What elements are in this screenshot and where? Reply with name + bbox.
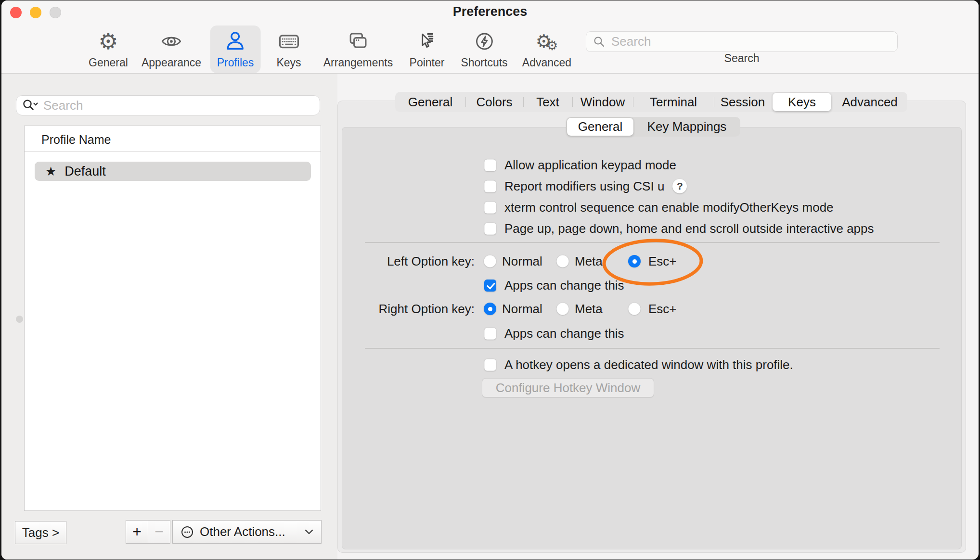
right-apps-change-checkbox[interactable] <box>484 328 496 340</box>
tags-button[interactable]: Tags > <box>15 521 66 544</box>
toolbar-search-input[interactable] <box>610 34 890 50</box>
checkbox-row: Page up, page down, home and end scroll … <box>484 220 874 237</box>
checkbox-row: Report modifiers using CSI u ? <box>484 178 687 194</box>
chevron-down-icon <box>305 529 313 535</box>
tab-keys[interactable]: Keys <box>773 93 831 111</box>
list-header-divider <box>25 151 321 152</box>
lightning-icon <box>474 27 495 55</box>
left-option-esc-radio[interactable] <box>628 255 641 267</box>
left-apps-change-row: Apps can change this <box>484 277 624 293</box>
tab-advanced[interactable]: Advanced <box>832 92 907 112</box>
checkbox-row: Allow application keypad mode <box>484 157 676 173</box>
hotkey-window-checkbox[interactable] <box>484 359 496 371</box>
right-option-normal-radio[interactable] <box>484 303 496 315</box>
page-scroll-checkbox[interactable] <box>484 223 496 235</box>
tab-terminal[interactable]: Terminal <box>633 92 714 112</box>
windows-icon <box>347 27 369 55</box>
star-icon: ★ <box>45 165 56 178</box>
keyboard-icon <box>278 27 300 55</box>
section-divider <box>365 348 940 349</box>
titlebar: Preferences ⚙ General Appearance <box>1 0 979 74</box>
toolbar-search-field[interactable] <box>586 31 898 52</box>
person-icon <box>224 27 246 55</box>
modifyotherkeys-checkbox[interactable] <box>484 202 496 214</box>
ellipsis-circle-icon <box>181 525 194 539</box>
toolbar-item-general[interactable]: ⚙ General <box>82 25 135 73</box>
profile-list-header: Profile Name <box>41 133 111 147</box>
preferences-window: Preferences ⚙ General Appearance <box>1 0 979 560</box>
tab-text[interactable]: Text <box>523 92 572 112</box>
gear-icon: ⚙ <box>98 27 118 55</box>
configure-hotkey-window-button[interactable]: Configure Hotkey Window <box>482 378 654 397</box>
toolbar-item-advanced[interactable]: ⚙⚙ Advanced <box>516 25 578 73</box>
profile-row-default[interactable]: ★ Default <box>35 162 311 181</box>
keys-subtabs: General Key Mappings <box>566 117 740 137</box>
toolbar-item-keys[interactable]: Keys <box>270 25 308 73</box>
help-button[interactable]: ? <box>672 179 687 193</box>
cursor-icon <box>416 27 438 55</box>
right-option-esc-radio[interactable] <box>628 303 641 315</box>
subtab-general[interactable]: General <box>567 118 633 136</box>
allow-keypad-checkbox[interactable] <box>484 159 496 171</box>
search-icon <box>593 36 606 48</box>
toolbar-search-caption: Search <box>724 52 760 65</box>
left-option-meta-radio[interactable] <box>556 255 569 267</box>
profile-search-field[interactable] <box>16 95 320 115</box>
tab-window[interactable]: Window <box>572 92 633 112</box>
add-profile-button[interactable]: + <box>126 520 148 544</box>
section-divider <box>365 242 940 243</box>
toolbar-item-profiles[interactable]: Profiles <box>210 25 261 73</box>
other-actions-dropdown[interactable]: Other Actions... <box>172 520 322 544</box>
toolbar-item-pointer[interactable]: Pointer <box>403 25 451 73</box>
toolbar-item-appearance[interactable]: Appearance <box>135 25 208 73</box>
eye-icon <box>161 27 182 55</box>
toolbar-item-shortcuts[interactable]: Shortcuts <box>454 25 514 73</box>
profile-list: Profile Name ★ Default <box>24 126 321 511</box>
profile-name: Default <box>64 164 106 179</box>
profile-tabs: General Colors Text Window Terminal Sess… <box>395 92 907 112</box>
left-option-key-label: Left Option key: <box>309 254 475 269</box>
search-scope-icon <box>22 99 39 112</box>
tab-session[interactable]: Session <box>714 92 772 112</box>
subtab-key-mappings[interactable]: Key Mappings <box>634 117 739 137</box>
other-actions-label: Other Actions... <box>200 524 285 539</box>
hotkey-row: A hotkey opens a dedicated window with t… <box>484 356 793 373</box>
tab-general[interactable]: General <box>395 92 465 112</box>
screenshot: Preferences ⚙ General Appearance <box>0 0 980 560</box>
right-option-key-label: Right Option key: <box>309 302 475 317</box>
left-option-key-row: Left Option key: Normal Meta Esc+ <box>1 253 979 269</box>
right-option-meta-radio[interactable] <box>556 303 569 315</box>
left-option-normal-radio[interactable] <box>484 255 496 267</box>
remove-profile-button[interactable]: − <box>148 520 170 544</box>
tab-colors[interactable]: Colors <box>465 92 523 112</box>
checkbox-row: xterm control sequence can enable modify… <box>484 199 834 216</box>
gears-icon: ⚙⚙ <box>536 27 558 55</box>
right-option-key-row: Right Option key: Normal Meta Esc+ <box>1 301 979 317</box>
left-apps-change-checkbox[interactable] <box>484 280 496 292</box>
profile-search-input[interactable] <box>42 98 314 114</box>
csi-u-checkbox[interactable] <box>484 180 496 192</box>
right-apps-change-row: Apps can change this <box>484 325 624 342</box>
toolbar-item-arrangements[interactable]: Arrangements <box>317 25 400 73</box>
window-title: Preferences <box>1 4 979 19</box>
